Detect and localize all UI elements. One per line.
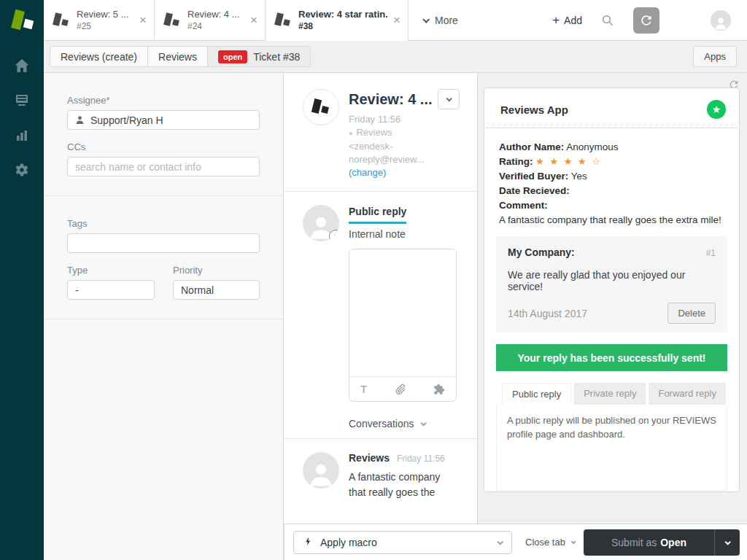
submit-prefix: Submit as <box>611 537 657 548</box>
message-line1: A fantastic company <box>349 470 445 485</box>
apps-plugin-button[interactable] <box>433 384 445 395</box>
more-menu-button[interactable]: More <box>409 0 473 40</box>
submit-dropdown-button[interactable] <box>715 529 740 556</box>
type-select[interactable]: - <box>67 280 155 300</box>
submit-button[interactable]: Submit as Open <box>584 529 714 556</box>
tab-ticket-id: #38 <box>298 21 387 31</box>
ticket-title: Review: 4 ... <box>349 91 433 108</box>
status-badge: open <box>218 50 247 63</box>
verified-buyer-label: Verified Buyer: <box>499 171 568 182</box>
logo-shape-white <box>23 19 34 30</box>
tags-field[interactable] <box>67 233 260 253</box>
apps-grid-button[interactable] <box>678 14 692 27</box>
date-received-label: Date Recieved: <box>499 185 570 196</box>
sidebar-item-views[interactable] <box>0 83 44 118</box>
requester-email-line1: <zendesk- <box>349 140 460 153</box>
assignee-badge-icon <box>329 230 339 241</box>
apps-toggle-button[interactable]: Apps <box>693 46 737 67</box>
change-requester-link[interactable]: (change) <box>349 166 460 179</box>
ticket-tab-24[interactable]: Review: 4 ... #24 × <box>155 0 266 40</box>
type-value: - <box>75 284 79 296</box>
reports-icon <box>13 127 31 144</box>
delete-button[interactable]: Delete <box>667 303 716 324</box>
submit-button-group: Submit as Open <box>584 529 740 556</box>
zendesk-logo <box>0 0 44 41</box>
ticket-tab-25[interactable]: Review: 5 ... #25 × <box>44 0 155 40</box>
requester-email-line2: noreply@review... <box>349 153 460 166</box>
app-tab-private-reply[interactable]: Private reply <box>574 383 646 405</box>
assignee-field[interactable]: Support/Ryan H <box>67 110 260 130</box>
ticket-source-icon <box>53 11 70 30</box>
ticket-fields-panel: Assignee* Support/Ryan H CCs search name… <box>44 73 284 560</box>
close-icon[interactable]: × <box>250 13 258 28</box>
internal-note-tab[interactable]: Internal note <box>349 228 406 240</box>
reviews-app-title: Reviews App <box>500 104 568 116</box>
user-avatar[interactable] <box>711 10 731 31</box>
sidebar-item-reports[interactable] <box>0 118 44 153</box>
ccs-label: CCs <box>67 141 260 152</box>
priority-value: Normal <box>181 284 214 296</box>
reply-textarea[interactable] <box>349 249 456 376</box>
close-tab-button[interactable]: Close tab <box>525 537 575 548</box>
submit-status: Open <box>660 537 686 548</box>
tab-title: Review: 5 ... <box>77 9 133 20</box>
tab-title: Review: 4 star ratin... <box>298 9 387 20</box>
ticket-tab-38-active[interactable]: Review: 4 star ratin... #38 × <box>266 0 409 40</box>
reply-number: #1 <box>706 248 716 258</box>
ticket-label: Ticket #38 <box>253 51 300 63</box>
breadcrumb-reviews-create[interactable]: Reviews (create) <box>50 47 148 66</box>
title-dropdown-button[interactable] <box>438 89 460 109</box>
sidebar-item-home[interactable] <box>0 48 44 83</box>
app-reply-textarea[interactable]: A public reply will be published on your… <box>496 405 727 491</box>
priority-label: Priority <box>173 265 260 276</box>
requester-name: Reviews <box>356 127 392 138</box>
ticket-source-icon <box>274 11 292 30</box>
assignee-label: Assignee* <box>67 95 260 106</box>
apps-panel: Reviews App ★ Author Name: Anonymous Rat… <box>478 73 747 560</box>
add-ticket-button[interactable]: + Add <box>552 13 582 28</box>
author-name-value: Anonymous <box>566 141 618 152</box>
attach-file-button[interactable] <box>395 384 406 395</box>
sidebar-item-admin[interactable] <box>0 153 44 188</box>
ticket-action-bar: Apply macro Close tab Submit as Open <box>284 524 747 560</box>
chevron-down-icon <box>724 539 730 545</box>
ccs-field[interactable]: search name or contact info <box>67 157 260 176</box>
conversations-dropdown[interactable]: Conversations <box>349 418 477 438</box>
close-icon[interactable]: × <box>139 13 147 28</box>
agent-avatar <box>303 205 339 241</box>
verified-buyer-value: Yes <box>571 171 587 182</box>
app-tab-public-reply[interactable]: Public reply <box>502 383 571 405</box>
tab-ticket-id: #24 <box>187 21 244 31</box>
refresh-icon <box>639 13 654 28</box>
close-icon[interactable]: × <box>393 13 400 28</box>
ticket-tab-bar: Review: 5 ... #25 × Review: 4 ... #24 × … <box>44 0 747 41</box>
close-tab-label: Close tab <box>525 537 565 548</box>
rating-label: Rating: <box>499 156 533 167</box>
app-tab-forward-reply[interactable]: Forward reply <box>649 383 725 405</box>
reply-text: We are really glad that you enjoyed our … <box>508 269 716 292</box>
search-button[interactable] <box>601 14 614 27</box>
public-reply-tab[interactable]: Public reply <box>349 206 406 224</box>
message-avatar <box>303 452 339 489</box>
chevron-down-icon <box>420 420 426 426</box>
priority-select[interactable]: Normal <box>173 280 260 300</box>
breadcrumb-reviews[interactable]: Reviews <box>148 47 208 66</box>
breadcrumb-ticket[interactable]: open Ticket #38 <box>208 47 310 66</box>
tab-title: Review: 4 ... <box>187 9 244 20</box>
message-author: Reviews <box>349 452 390 464</box>
chevron-down-icon <box>422 16 430 23</box>
product-sidebar <box>0 0 44 560</box>
refresh-button[interactable] <box>633 7 659 34</box>
requester-avatar <box>303 89 339 125</box>
ticket-source-icon <box>163 11 181 30</box>
apply-macro-select[interactable]: Apply macro <box>293 531 512 554</box>
text-format-button[interactable]: T <box>360 383 367 395</box>
chevron-down-icon <box>571 539 576 544</box>
chevron-down-icon <box>446 96 452 101</box>
gear-icon <box>13 162 31 179</box>
apply-macro-label: Apply macro <box>320 537 377 548</box>
reply-composer: T <box>349 249 457 402</box>
views-icon <box>13 92 31 109</box>
ticket-conversation-panel: Review: 4 ... Friday 11:56 ●Reviews <zen… <box>284 73 478 560</box>
comment-text: A fantastic company that really goes the… <box>499 213 724 228</box>
